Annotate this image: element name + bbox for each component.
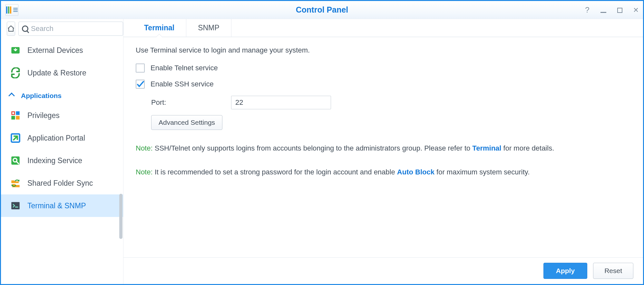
window-title: Control Panel — [296, 5, 348, 15]
enable-telnet-row[interactable]: Enable Telnet service — [136, 64, 631, 73]
tab-bar: Terminal SNMP — [123, 19, 643, 37]
sidebar-item-label: Shared Folder Sync — [27, 179, 93, 188]
sidebar: External Devices Update & Restore Applic… — [1, 19, 123, 284]
minimize-button[interactable] — [600, 6, 606, 14]
terminal-description: Use Terminal service to login and manage… — [136, 46, 631, 54]
maximize-button[interactable] — [617, 6, 622, 14]
sidebar-item-external-devices[interactable]: External Devices — [1, 39, 123, 62]
sidebar-scrollbar[interactable] — [119, 194, 122, 239]
tab-content: Use Terminal service to login and manage… — [123, 37, 643, 257]
sidebar-item-application-portal[interactable]: Application Portal — [1, 127, 123, 149]
checkmark-icon — [136, 80, 144, 88]
svg-rect-2 — [16, 111, 19, 115]
auto-block-link[interactable]: Auto Block — [397, 168, 434, 176]
control-panel-window: Control Panel ? × — [0, 0, 644, 285]
search-input[interactable] — [31, 25, 120, 33]
sidebar-item-update-restore[interactable]: Update & Restore — [1, 62, 123, 84]
shared-folder-sync-icon — [9, 178, 22, 189]
sidebar-section-applications[interactable]: Applications — [1, 84, 123, 104]
sidebar-item-label: Terminal & SNMP — [27, 201, 86, 210]
home-icon — [7, 25, 15, 33]
sidebar-item-terminal-snmp[interactable]: Terminal & SNMP — [1, 194, 123, 217]
sidebar-item-privileges[interactable]: Privileges — [1, 104, 123, 127]
sidebar-item-label: Privileges — [27, 111, 60, 120]
application-portal-icon — [9, 133, 22, 143]
note-1: Note: SSH/Telnet only supports logins fr… — [136, 143, 631, 154]
sidebar-item-shared-folder-sync[interactable]: Shared Folder Sync — [1, 172, 123, 194]
terminal-help-link[interactable]: Terminal — [472, 144, 501, 152]
sidebar-item-label: External Devices — [27, 46, 83, 55]
tab-terminal[interactable]: Terminal — [132, 19, 186, 37]
svg-rect-4 — [16, 116, 19, 119]
home-button[interactable] — [7, 22, 15, 36]
svg-rect-9 — [11, 202, 20, 210]
close-button[interactable]: × — [633, 5, 639, 15]
main-panel: Terminal SNMP Use Terminal service to lo… — [123, 19, 643, 284]
enable-ssh-row[interactable]: Enable SSH service — [136, 80, 631, 89]
sidebar-section-label: Applications — [21, 92, 62, 100]
chevron-up-icon — [8, 93, 15, 99]
note-label: Note: — [136, 168, 153, 176]
privileges-icon — [9, 110, 22, 121]
footer-bar: Apply Reset — [123, 257, 643, 284]
sidebar-item-label: Application Portal — [27, 134, 85, 142]
telnet-checkbox[interactable] — [136, 64, 145, 73]
titlebar: Control Panel ? × — [1, 1, 643, 19]
sidebar-item-label: Indexing Service — [27, 156, 82, 165]
sidebar-item-label: Update & Restore — [27, 69, 86, 77]
search-icon — [22, 25, 28, 32]
ssh-label: Enable SSH service — [151, 80, 214, 88]
svg-point-5 — [12, 112, 14, 114]
external-devices-icon — [9, 45, 22, 56]
reset-button[interactable]: Reset — [593, 263, 633, 279]
ssh-port-input[interactable] — [231, 96, 331, 109]
note-label: Note: — [136, 144, 153, 152]
indexing-service-icon — [9, 155, 22, 166]
svg-rect-3 — [11, 116, 15, 119]
ssh-checkbox[interactable] — [136, 80, 145, 89]
telnet-label: Enable Telnet service — [151, 64, 218, 72]
port-label: Port: — [151, 98, 225, 107]
terminal-icon — [9, 200, 22, 211]
note-2: Note: It is recommended to set a strong … — [136, 167, 631, 178]
advanced-settings-button[interactable]: Advanced Settings — [151, 115, 222, 130]
update-restore-icon — [9, 67, 22, 78]
sidebar-item-indexing-service[interactable]: Indexing Service — [1, 149, 123, 172]
apply-button[interactable]: Apply — [543, 263, 587, 279]
help-icon[interactable]: ? — [585, 6, 589, 14]
tab-snmp[interactable]: SNMP — [186, 19, 231, 37]
search-field[interactable] — [18, 22, 123, 36]
app-icon — [5, 4, 18, 16]
